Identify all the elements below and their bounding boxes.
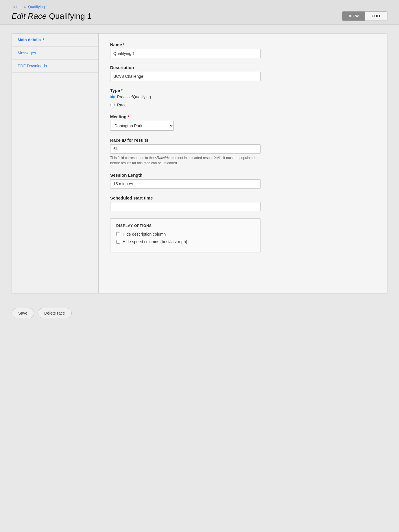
hide-speed-checkbox[interactable] bbox=[116, 240, 120, 244]
sidebar-link-pdf-downloads[interactable]: PDF Downloads bbox=[18, 64, 47, 68]
type-radio-practice[interactable] bbox=[110, 95, 115, 99]
sidebar-link-messages[interactable]: Messages bbox=[18, 51, 36, 55]
edit-button[interactable]: EDIT bbox=[365, 12, 387, 21]
scheduled-start-field-group: Scheduled start time bbox=[110, 195, 376, 211]
description-label: Description bbox=[110, 65, 376, 70]
type-option-race: Race bbox=[110, 103, 376, 107]
breadcrumb: Home » Qualifying 1 bbox=[12, 5, 387, 9]
name-field-group: Name* bbox=[110, 42, 376, 58]
scheduled-start-input[interactable] bbox=[110, 202, 261, 211]
session-length-label: Session Length bbox=[110, 173, 376, 178]
sidebar: Main details * Messages PDF Downloads bbox=[12, 34, 99, 293]
header-area: Home » Qualifying 1 Edit Race Qualifying… bbox=[0, 0, 399, 25]
type-option-practice: Practice/Qualifying bbox=[110, 95, 376, 99]
sidebar-item-main-details[interactable]: Main details * bbox=[12, 34, 98, 47]
main-content: Main details * Messages PDF Downloads Na… bbox=[0, 25, 399, 302]
page-wrapper: Home » Qualifying 1 Edit Race Qualifying… bbox=[0, 0, 399, 327]
type-label-practice[interactable]: Practice/Qualifying bbox=[117, 95, 151, 99]
name-input[interactable] bbox=[110, 49, 261, 58]
type-label: Type* bbox=[110, 88, 376, 93]
display-options-box: DISPLAY OPTIONS Hide description column … bbox=[110, 218, 261, 252]
race-id-label: Race ID for results bbox=[110, 138, 376, 143]
breadcrumb-home[interactable]: Home bbox=[12, 5, 22, 9]
hide-speed-option: Hide speed columns (best/last mph) bbox=[116, 239, 254, 244]
meeting-select[interactable]: Donington Park bbox=[110, 121, 174, 131]
race-id-field-group: Race ID for results This field correspon… bbox=[110, 138, 376, 166]
meeting-label: Meeting* bbox=[110, 114, 376, 119]
description-input[interactable] bbox=[110, 72, 261, 81]
session-length-input[interactable] bbox=[110, 179, 261, 189]
race-id-input[interactable] bbox=[110, 144, 261, 154]
type-label-race[interactable]: Race bbox=[117, 103, 127, 107]
sidebar-item-messages[interactable]: Messages bbox=[12, 47, 98, 60]
bottom-buttons: Save Delete race bbox=[0, 302, 399, 327]
page-title-prefix: Edit Race bbox=[12, 12, 47, 21]
type-required: * bbox=[121, 88, 123, 93]
type-field-group: Type* Practice/Qualifying Race bbox=[110, 88, 376, 107]
type-radio-race[interactable] bbox=[110, 103, 115, 107]
page-title: Edit Race Qualifying 1 bbox=[12, 12, 92, 21]
form-container: Main details * Messages PDF Downloads Na… bbox=[12, 33, 387, 293]
name-label: Name* bbox=[110, 42, 376, 47]
display-options-title: DISPLAY OPTIONS bbox=[116, 224, 254, 228]
meeting-field-group: Meeting* Donington Park bbox=[110, 114, 376, 131]
form-panel: Name* Description Type* bbox=[99, 34, 387, 293]
delete-race-button[interactable]: Delete race bbox=[38, 308, 72, 318]
hide-description-label[interactable]: Hide description column bbox=[123, 232, 166, 237]
hide-speed-label[interactable]: Hide speed columns (best/last mph) bbox=[123, 239, 187, 244]
description-field-group: Description bbox=[110, 65, 376, 81]
hide-description-checkbox[interactable] bbox=[116, 232, 120, 236]
breadcrumb-current[interactable]: Qualifying 1 bbox=[28, 5, 48, 9]
breadcrumb-separator: » bbox=[24, 5, 26, 9]
session-length-field-group: Session Length bbox=[110, 173, 376, 189]
page-title-row: Edit Race Qualifying 1 VIEW EDIT bbox=[12, 11, 387, 21]
hide-description-option: Hide description column bbox=[116, 232, 254, 237]
race-id-helper: This field corresponds to the <RaceId> e… bbox=[110, 155, 261, 166]
page-title-name-val: Qualifying 1 bbox=[49, 12, 92, 21]
meeting-required: * bbox=[128, 114, 129, 119]
view-button[interactable]: VIEW bbox=[342, 12, 365, 21]
save-button[interactable]: Save bbox=[12, 308, 34, 318]
sidebar-link-main-details[interactable]: Main details bbox=[18, 38, 41, 42]
name-required: * bbox=[123, 42, 125, 47]
scheduled-start-label: Scheduled start time bbox=[110, 195, 376, 200]
display-options-group: DISPLAY OPTIONS Hide description column … bbox=[110, 218, 376, 252]
type-radio-group: Practice/Qualifying Race bbox=[110, 95, 376, 107]
sidebar-required-main: * bbox=[43, 38, 44, 42]
view-edit-button-group: VIEW EDIT bbox=[342, 11, 387, 21]
sidebar-item-pdf-downloads[interactable]: PDF Downloads bbox=[12, 60, 98, 73]
